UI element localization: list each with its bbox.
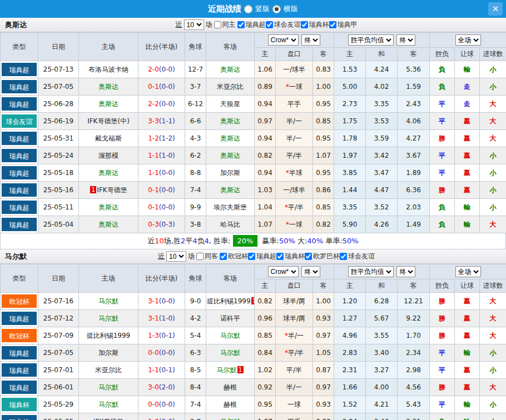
odds-home: 0.92 bbox=[255, 379, 276, 396]
league-checkbox[interactable] bbox=[220, 253, 227, 260]
summary-part: 平 bbox=[185, 237, 192, 245]
close-icon[interactable]: ✕ bbox=[488, 2, 503, 16]
league-filter[interactable]: 欧冠杯 bbox=[220, 252, 248, 261]
mean-source-select[interactable]: 胜平负均值 bbox=[348, 266, 394, 277]
result-cell: 勝 bbox=[430, 293, 455, 310]
league-type-cell: 瑞典超 bbox=[1, 216, 38, 233]
result-label: 平 bbox=[439, 117, 445, 125]
league-filter[interactable]: 球会友谊 bbox=[266, 20, 301, 29]
odds-away: 0.97 bbox=[313, 379, 334, 396]
league-checkbox[interactable] bbox=[237, 21, 245, 28]
mean-time-select[interactable]: 终 bbox=[396, 266, 415, 277]
odds-time-select[interactable]: 终 bbox=[301, 34, 320, 46]
away-team-cell: 奥斯达 bbox=[206, 130, 255, 147]
result-label: 負 bbox=[439, 221, 445, 228]
league-filter[interactable]: 瑞典杯 bbox=[301, 20, 329, 29]
mean-draw: 4.47 bbox=[366, 182, 398, 199]
goals-result-label: 大 bbox=[490, 117, 497, 125]
odds-home: 1.04 bbox=[255, 199, 276, 216]
league-type-cell: 球会友谊 bbox=[1, 113, 38, 130]
match-row: 瑞典超 25-05-16 1IFK哥德堡 0-1(0-0) 7-4 奥斯达 1.… bbox=[1, 182, 506, 199]
summary-part: 40% bbox=[307, 237, 323, 245]
match-row: 瑞典超 25-07-13 布洛马波卡纳 2-0(0-0) 12-7 奥斯达 1.… bbox=[1, 61, 506, 78]
odds-source-select[interactable]: Crow* bbox=[268, 266, 299, 277]
mean-away: 1.89 bbox=[398, 164, 430, 182]
league-filter[interactable]: 瑞典杯 bbox=[276, 252, 305, 261]
mean-time-select[interactable]: 终 bbox=[396, 34, 415, 46]
same-venue-filter[interactable]: 同客 bbox=[196, 252, 218, 261]
league-filter[interactable]: 瑞典甲 bbox=[329, 20, 358, 29]
corner-cell: 4-2 bbox=[185, 310, 206, 327]
league-type-label: 瑞典超 bbox=[1, 183, 37, 197]
rank-badge: 1 bbox=[251, 297, 255, 304]
score-cell: 0-1(0-0) bbox=[138, 199, 185, 216]
league-type-label: 瑞典超 bbox=[1, 79, 37, 94]
fulltime-score: 3-0 bbox=[148, 383, 159, 391]
same-venue-checkbox[interactable] bbox=[214, 21, 221, 28]
mean-draw: 3.53 bbox=[366, 113, 398, 130]
home-team-cell: 渥那模 bbox=[79, 147, 138, 164]
layout-horizontal-label[interactable]: 横版 bbox=[284, 4, 298, 14]
away-team-name: 赫根 bbox=[224, 383, 237, 391]
layout-horizontal-radio[interactable] bbox=[272, 5, 281, 13]
odds-away: 0.95 bbox=[313, 164, 334, 182]
handicap-result-label: 贏 bbox=[464, 314, 470, 322]
games-count-select[interactable]: 10 bbox=[166, 251, 186, 262]
league-checkbox[interactable] bbox=[340, 253, 347, 260]
same-venue-checkbox[interactable] bbox=[196, 253, 204, 260]
scope-select[interactable]: 全场 bbox=[455, 266, 481, 277]
handicap-result-label: 贏 bbox=[464, 297, 470, 305]
result-cell: 負 bbox=[430, 413, 455, 420]
mean-away: 5.36 bbox=[398, 61, 430, 78]
games-count-select[interactable]: 10 bbox=[184, 19, 204, 30]
team-name: 马尔默 bbox=[0, 252, 27, 262]
scope-select[interactable]: 全场 bbox=[455, 34, 481, 46]
league-checkbox[interactable] bbox=[301, 21, 308, 28]
goals-result-cell: 小 bbox=[480, 78, 506, 96]
corner-cell: 5-4 bbox=[185, 327, 206, 344]
league-filter[interactable]: 瑞典超 bbox=[237, 20, 266, 29]
league-checkbox[interactable] bbox=[329, 21, 336, 28]
league-checkbox[interactable] bbox=[305, 253, 312, 260]
score-cell: 2-0(0-0) bbox=[138, 61, 185, 78]
scope-group-header: 全场 bbox=[430, 33, 506, 48]
league-type-label: 瑞典超 bbox=[1, 131, 37, 146]
same-venue-filter[interactable]: 同主 bbox=[214, 20, 236, 29]
mean-away: 5.43 bbox=[398, 396, 430, 413]
home-team-cell: 马尔默 bbox=[79, 293, 138, 310]
mean-source-select[interactable]: 胜平负均值 bbox=[348, 34, 394, 46]
match-row: 瑞典超 25-05-31 戴戈福斯 1-2(1-2) 4-3 奥斯达 0.94 … bbox=[1, 130, 506, 147]
score-cell: 1-1(0-0) bbox=[138, 164, 185, 182]
layout-vertical-label[interactable]: 竖版 bbox=[255, 4, 270, 14]
goals-result-cell: 小 bbox=[480, 413, 506, 420]
odds-time-select[interactable]: 终 bbox=[301, 266, 320, 277]
sub-col-goals: 进球数 bbox=[480, 279, 506, 293]
home-team-name: 加尔斯 bbox=[98, 349, 118, 357]
away-team-name: 米亚尔比 bbox=[217, 83, 244, 91]
goals-result-label: 小 bbox=[490, 152, 497, 159]
match-date: 25-07-12 bbox=[38, 310, 79, 327]
handicap-result-cell: 贏 bbox=[455, 147, 480, 164]
league-filter[interactable]: 球会友谊 bbox=[340, 252, 375, 261]
mean-home: 1.75 bbox=[334, 113, 366, 130]
result-label: 平 bbox=[439, 349, 445, 357]
handicap-label: 平/半 bbox=[288, 203, 304, 211]
league-filter[interactable]: 瑞典超 bbox=[248, 252, 276, 261]
away-team-name: 马尔默 bbox=[217, 366, 237, 374]
result-cell: 負 bbox=[430, 199, 455, 216]
fulltime-score: 1-2 bbox=[148, 134, 159, 142]
layout-vertical-radio[interactable] bbox=[244, 5, 252, 13]
league-checkbox[interactable] bbox=[266, 21, 273, 28]
odds-away: 0.87 bbox=[313, 362, 334, 379]
title-wrap: 近期战绩 竖版 横版 bbox=[0, 4, 506, 14]
league-type-cell: 瑞典超 bbox=[1, 164, 38, 182]
league-type-cell: 瑞典超 bbox=[1, 199, 38, 216]
league-checkbox[interactable] bbox=[276, 253, 284, 260]
league-checkbox[interactable] bbox=[248, 253, 255, 260]
match-date: 25-07-01 bbox=[38, 362, 79, 379]
league-filter[interactable]: 欧罗巴杯 bbox=[305, 252, 340, 261]
odds-source-select[interactable]: Crow* bbox=[268, 34, 299, 46]
halftime-score: (1-0) bbox=[159, 314, 175, 322]
league-type-cell: 瑞典超 bbox=[1, 130, 38, 147]
league-filter-label: 欧冠杯 bbox=[228, 252, 248, 261]
